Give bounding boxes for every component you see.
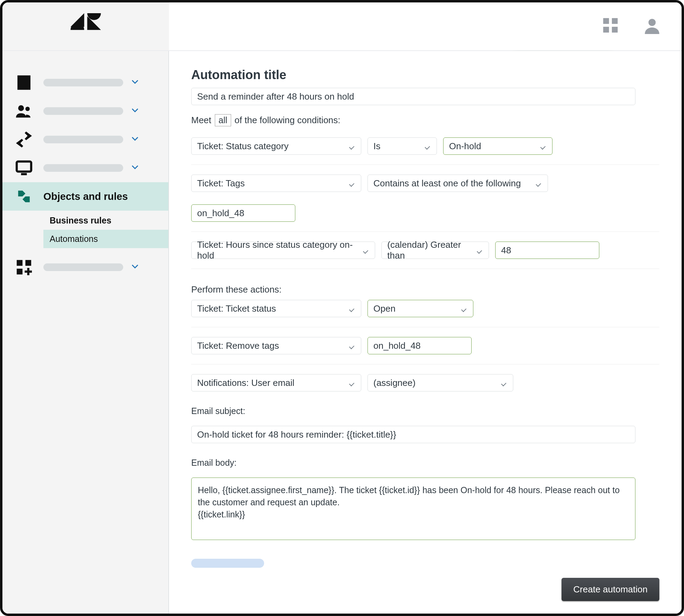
condition-row-1: Ticket: Status category Is On-hold — [191, 137, 659, 155]
svg-rect-9 — [17, 161, 31, 171]
sidebar-item-6[interactable] — [2, 253, 168, 281]
svg-rect-11 — [17, 260, 23, 266]
email-body-label: Email body: — [191, 458, 659, 468]
zendesk-logo-icon — [70, 13, 101, 40]
email-subject-label: Email subject: — [191, 406, 659, 416]
action-row-2: Ticket: Remove tags on_hold_48 — [191, 327, 659, 354]
placeholder — [43, 164, 123, 172]
svg-rect-12 — [25, 260, 31, 266]
condition-operator-select[interactable]: Is — [368, 137, 437, 155]
condition-operator-select[interactable]: Contains at least one of the following — [368, 175, 548, 192]
chevron-down-icon — [130, 134, 141, 145]
chevron-down-icon — [130, 105, 141, 117]
sidebar-sublist: Business rules Automations — [43, 211, 168, 248]
condition-value-select[interactable]: On-hold — [443, 137, 552, 155]
action-field-select[interactable]: Notifications: User email — [191, 374, 361, 391]
chevron-down-icon — [130, 261, 141, 273]
monitor-icon — [11, 159, 36, 177]
sidebar-sub-automations[interactable]: Automations — [43, 230, 168, 248]
email-subject-input[interactable]: On-hold ticket for 48 hours reminder: {{… — [191, 426, 635, 443]
action-field-select[interactable]: Ticket: Ticket status — [191, 300, 361, 317]
app-window: Admin Center — [0, 0, 684, 616]
footer: Create automation — [561, 578, 659, 601]
condition-row-3: Ticket: Hours since status category on-h… — [191, 231, 659, 259]
email-body-textarea[interactable] — [191, 478, 635, 540]
placeholder-pill — [191, 559, 264, 568]
page-title: Automation title — [191, 68, 659, 82]
sidebar-sub-business-rules[interactable]: Business rules — [43, 211, 168, 230]
apps-grid-icon[interactable] — [602, 17, 619, 36]
placeholder — [43, 107, 123, 115]
condition-value-input[interactable]: 48 — [495, 242, 599, 259]
condition-tag-chip[interactable]: on_hold_48 — [191, 204, 295, 222]
action-recipient-select[interactable]: (assignee) — [368, 374, 513, 391]
svg-point-7 — [18, 105, 24, 111]
svg-rect-2 — [603, 18, 609, 24]
svg-rect-10 — [21, 173, 27, 175]
user-profile-icon[interactable] — [643, 17, 661, 36]
sidebar-label: Objects and rules — [43, 191, 159, 202]
create-automation-button[interactable]: Create automation — [561, 578, 659, 601]
placeholder — [43, 263, 123, 271]
condition-field-select[interactable]: Ticket: Tags — [191, 175, 361, 192]
sidebar-item-objects-rules[interactable]: Objects and rules — [2, 182, 168, 211]
apps-add-icon — [11, 259, 36, 276]
chevron-down-icon — [130, 77, 141, 88]
action-value-input[interactable]: on_hold_48 — [368, 337, 472, 354]
sidebar: Objects and rules Business rules Automat… — [2, 51, 169, 614]
sidebar-item-2[interactable] — [2, 97, 168, 125]
actions-header: Perform these actions: — [191, 284, 659, 295]
top-bar — [2, 2, 682, 51]
condition-operator-select[interactable]: (calendar) Greater than — [381, 242, 489, 259]
sidebar-item-3[interactable] — [2, 125, 168, 154]
svg-rect-3 — [612, 18, 618, 24]
svg-point-6 — [649, 19, 656, 26]
svg-rect-5 — [612, 27, 618, 33]
meet-conditions-line: Meet all of the following conditions: — [191, 114, 659, 126]
condition-field-select[interactable]: Ticket: Hours since status category on-h… — [191, 242, 375, 259]
meet-all-select[interactable]: all — [215, 114, 231, 126]
condition-field-select[interactable]: Ticket: Status category — [191, 137, 361, 155]
action-row-1: Ticket: Ticket status Open — [191, 300, 659, 317]
action-row-3: Notifications: User email (assignee) Ema… — [191, 364, 659, 568]
sidebar-item-1[interactable] — [2, 68, 168, 97]
svg-rect-4 — [603, 27, 609, 33]
chevron-down-icon — [130, 162, 141, 174]
svg-point-8 — [25, 107, 30, 111]
brand-area — [2, 2, 169, 50]
condition-row-2: Ticket: Tags Contains at least one of th… — [191, 164, 659, 222]
main-content: Automation title Send a reminder after 4… — [169, 51, 682, 614]
svg-rect-13 — [17, 269, 23, 275]
sidebar-item-4[interactable] — [2, 154, 168, 182]
people-icon — [11, 102, 36, 120]
action-value-select[interactable]: Open — [368, 300, 473, 317]
action-field-select[interactable]: Ticket: Remove tags — [191, 337, 361, 354]
automation-title-input[interactable]: Send a reminder after 48 hours on hold — [191, 88, 635, 105]
placeholder — [43, 79, 123, 86]
arrows-icon — [11, 131, 36, 148]
meet-prefix: Meet — [191, 115, 211, 126]
placeholder — [43, 136, 123, 143]
building-icon — [11, 74, 36, 91]
meet-suffix: of the following conditions: — [235, 115, 340, 126]
workflow-icon — [11, 188, 36, 205]
body: Objects and rules Business rules Automat… — [2, 51, 682, 614]
